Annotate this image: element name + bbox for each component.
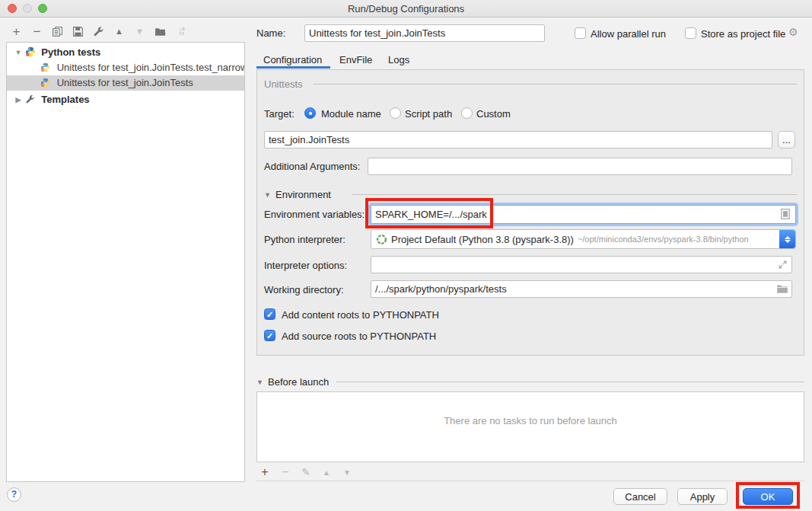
add-source-roots-checkbox[interactable]: ✓ (264, 330, 275, 341)
target-module-name-label: Module name (321, 108, 381, 120)
move-task-down-icon[interactable]: ▼ (342, 468, 352, 477)
target-custom-radio[interactable] (461, 107, 473, 119)
templates-wrench-icon (25, 94, 36, 104)
browse-target-button[interactable]: ... (778, 131, 795, 149)
target-label: Target: (264, 108, 295, 120)
expand-field-icon[interactable] (778, 260, 788, 272)
group-label-line (314, 84, 797, 85)
target-script-path-label: Script path (405, 108, 452, 120)
before-launch-empty-text: There are no tasks to run before launch (257, 415, 804, 426)
move-task-up-icon[interactable]: ▲ (321, 468, 332, 477)
store-as-project-file-checkbox[interactable] (685, 27, 696, 39)
browse-folder-icon[interactable] (776, 283, 788, 296)
edit-environment-variables-icon[interactable] (779, 208, 791, 222)
tab-logs[interactable]: Logs (388, 54, 409, 65)
additional-arguments-label: Additional Arguments: (264, 161, 360, 172)
environment-variables-input[interactable] (371, 205, 796, 224)
allow-parallel-run-checkbox[interactable] (575, 27, 586, 39)
target-module-input[interactable] (264, 131, 772, 149)
window-title: Run/Debug Configurations (0, 3, 812, 14)
target-script-path-radio[interactable] (390, 107, 401, 119)
allow-parallel-run-label: Allow parallel run (591, 28, 666, 40)
interpreter-options-input[interactable] (371, 256, 792, 273)
tree-item-label: Unittests for test_join.JoinTests (57, 77, 193, 88)
conda-env-icon (376, 234, 387, 245)
save-configuration-icon[interactable] (72, 26, 84, 37)
environment-section-label: Environment (275, 189, 331, 200)
before-launch-collapse-icon[interactable]: ▼ (256, 378, 263, 386)
edit-task-pencil-icon[interactable]: ✎ (301, 466, 311, 478)
before-launch-section-label: Before launch (268, 376, 329, 388)
configurations-tree: ▼ Python tests Unittests for test_join.J… (6, 42, 245, 482)
add-content-roots-label: Add content roots to PYTHONPATH (282, 309, 439, 321)
tree-item-python-tests[interactable]: ▼ Python tests (7, 45, 244, 60)
apply-button[interactable]: Apply (677, 488, 728, 505)
python-test-run-icon (40, 62, 51, 72)
before-launch-bottom-line (256, 481, 804, 481)
tree-collapse-caret-icon[interactable]: ▶ (14, 92, 22, 107)
tree-item-jointests-selected[interactable]: Unittests for test_join.JoinTests (7, 75, 244, 91)
new-folder-icon[interactable] (154, 26, 166, 37)
python-test-run-icon (40, 77, 51, 88)
configurations-toolbar: + − ▲ ▼ ↓az (11, 24, 186, 38)
interpreter-path: ~/opt/miniconda3/envs/pyspark-3.8/bin/py… (578, 235, 749, 244)
remove-configuration-icon[interactable]: − (31, 26, 43, 37)
tree-item-label: Python tests (41, 46, 100, 58)
interpreter-value: Project Default (Python 3.8 (pyspark-3.8… (391, 234, 574, 245)
before-launch-section-line (336, 382, 804, 382)
active-tab-underline (256, 66, 330, 69)
move-down-icon[interactable]: ▼ (134, 26, 145, 37)
add-configuration-icon[interactable]: + (11, 26, 22, 37)
target-custom-label: Custom (476, 108, 511, 120)
environment-section-line (352, 194, 797, 195)
before-launch-task-list[interactable]: There are no tasks to run before launch (256, 391, 804, 462)
python-interpreter-combo[interactable]: Project Default (Python 3.8 (pyspark-3.8… (371, 229, 796, 249)
store-settings-gear-icon[interactable]: ⚙ (788, 26, 798, 38)
unittests-group-label: Unittests (264, 78, 303, 90)
add-content-roots-checkbox[interactable]: ✓ (264, 308, 275, 320)
python-interpreter-label: Python interpreter: (264, 234, 345, 245)
remove-task-icon[interactable]: − (280, 465, 291, 479)
python-tests-icon (25, 46, 36, 57)
tree-item-templates[interactable]: ▶ Templates (7, 92, 244, 107)
additional-arguments-input[interactable] (368, 158, 792, 175)
tree-item-test-narrow[interactable]: Unittests for test_join.JoinTests.test_n… (7, 60, 244, 75)
tree-item-label: Templates (41, 94, 89, 105)
copy-configuration-icon[interactable] (52, 26, 63, 37)
target-module-name-radio[interactable] (304, 107, 316, 119)
tab-configuration[interactable]: Configuration (263, 54, 322, 65)
add-source-roots-label: Add source roots to PYTHONPATH (282, 331, 436, 342)
help-button[interactable]: ? (7, 487, 21, 502)
titlebar: Run/Debug Configurations (0, 0, 812, 18)
working-directory-label: Working directory: (264, 284, 344, 295)
chevron-up-icon (785, 236, 791, 239)
add-task-icon[interactable]: + (260, 465, 270, 479)
move-up-icon[interactable]: ▲ (113, 26, 125, 37)
interpreter-options-label: Interpreter options: (264, 260, 347, 271)
tab-envfile[interactable]: EnvFile (339, 54, 372, 65)
name-input[interactable] (304, 24, 545, 42)
working-directory-input[interactable] (371, 280, 792, 298)
tree-item-label: Unittests for test_join.JoinTests.test_n… (57, 62, 244, 73)
environment-variables-label: Environment variables: (264, 209, 365, 220)
edit-templates-wrench-icon[interactable] (93, 26, 104, 37)
environment-collapse-icon[interactable]: ▼ (264, 191, 271, 199)
cancel-button[interactable]: Cancel (613, 488, 667, 505)
combo-dropdown-button[interactable] (779, 230, 795, 248)
name-label: Name: (256, 27, 285, 39)
ok-button[interactable]: OK (743, 488, 793, 505)
sort-configurations-icon[interactable]: ↓az (175, 26, 186, 37)
before-launch-toolbar: + − ✎ ▲ ▼ (260, 465, 352, 479)
store-as-project-file-label: Store as project file (701, 28, 785, 40)
chevron-down-icon (785, 240, 791, 243)
tree-expand-caret-icon[interactable]: ▼ (14, 45, 22, 60)
